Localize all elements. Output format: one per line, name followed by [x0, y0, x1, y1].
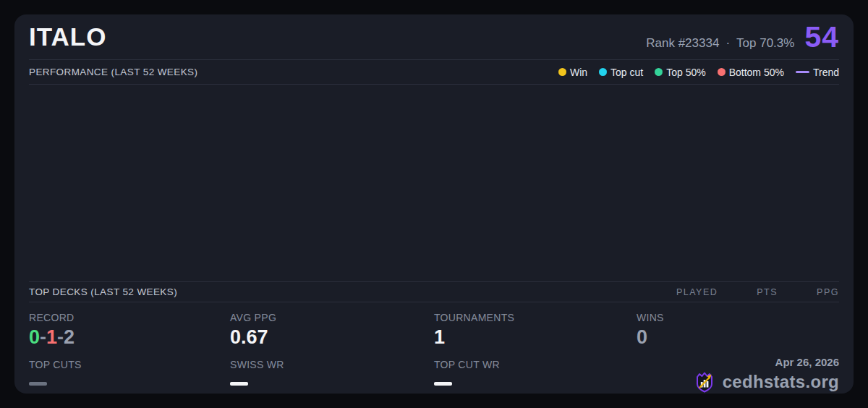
date-text: Apr 26, 2026 [775, 356, 839, 368]
page-title: ITALO [29, 22, 106, 51]
stat-top-cuts: TOP CUTS [29, 357, 230, 394]
record-draws: 2 [64, 326, 75, 348]
stat-label-record: RECORD [29, 312, 230, 323]
record-separator-2: - [57, 326, 64, 348]
top-decks-section-title: TOP DECKS (LAST 52 WEEKS) [29, 286, 177, 297]
stat-tournaments: TOURNAMENTS 1 [434, 310, 637, 349]
legend-label-trend: Trend [813, 67, 839, 78]
legend-label-top-cut: Top cut [610, 67, 643, 78]
top-cut-dot-icon [599, 68, 607, 76]
legend-item-top-50: Top 50% [655, 67, 705, 78]
stats-summary-grid: RECORD 0-1-2 AVG PPG 0.67 TOURNAMENTS 1 … [14, 302, 854, 394]
score-value: 54 [804, 20, 839, 54]
stat-value-record: 0-1-2 [29, 327, 230, 349]
column-header-played: PLAYED [676, 287, 718, 297]
stat-record: RECORD 0-1-2 [29, 310, 230, 349]
stat-label-swiss-wr: SWISS WR [230, 359, 434, 370]
stat-label-tournaments: TOURNAMENTS [434, 312, 637, 323]
chart-legend: Win Top cut Top 50% Bottom 50% Trend [558, 67, 839, 78]
top-decks-section-header: TOP DECKS (LAST 52 WEEKS) PLAYED PTS PPG [14, 282, 854, 302]
column-header-ppg: PPG [817, 287, 839, 297]
performance-chart-canvas [14, 85, 854, 281]
record-losses: 1 [46, 326, 57, 348]
stat-label-avg-ppg: AVG PPG [230, 312, 434, 323]
legend-item-bottom-50: Bottom 50% [718, 67, 784, 78]
stat-label-top-cuts: TOP CUTS [29, 359, 230, 370]
shield-chart-logo-icon [693, 370, 716, 394]
record-separator-1: - [40, 326, 46, 348]
top-percent-text: Top 70.3% [736, 36, 794, 51]
legend-label-top-50: Top 50% [666, 67, 705, 78]
card-header: ITALO Rank #23334 · Top 70.3% 54 [14, 14, 854, 59]
player-stats-card: ITALO Rank #23334 · Top 70.3% 54 PERFORM… [14, 14, 854, 394]
trend-line-icon [796, 71, 809, 73]
stat-label-wins: WINS [637, 312, 839, 323]
rank-separator: · [726, 36, 730, 51]
legend-item-top-cut: Top cut [599, 67, 643, 78]
win-dot-icon [558, 68, 566, 76]
stat-value-wins: 0 [637, 327, 839, 349]
record-wins: 0 [29, 326, 40, 348]
stat-top-cut-wr: TOP CUT WR [434, 357, 637, 394]
top-decks-column-headers: PLAYED PTS PPG [676, 287, 839, 297]
stat-avg-ppg: AVG PPG 0.67 [230, 310, 434, 349]
performance-section-title: PERFORMANCE (LAST 52 WEEKS) [29, 67, 197, 77]
header-rank-area: Rank #23334 · Top 70.3% 54 [646, 20, 839, 54]
legend-item-trend: Trend [796, 67, 839, 78]
performance-section-header: PERFORMANCE (LAST 52 WEEKS) Win Top cut … [14, 60, 854, 84]
stat-swiss-wr: SWISS WR [230, 357, 434, 394]
stat-value-tournaments: 1 [434, 327, 637, 349]
legend-label-win: Win [570, 67, 587, 78]
rank-text: Rank #23334 [646, 36, 719, 51]
legend-item-win: Win [558, 67, 587, 78]
stat-wins: WINS 0 [637, 310, 839, 349]
column-header-pts: PTS [757, 287, 778, 297]
legend-label-bottom-50: Bottom 50% [729, 67, 784, 78]
swiss-wr-empty-dash [230, 382, 248, 386]
brand-row: cedhstats.org [693, 370, 839, 394]
top-cuts-empty-dash [29, 382, 47, 386]
brand-link[interactable]: cedhstats.org [723, 372, 839, 392]
card-footer: Apr 26, 2026 cedhstats.org [637, 356, 839, 394]
top-50-dot-icon [655, 68, 663, 76]
top-cut-wr-empty-dash [434, 382, 452, 386]
stat-value-avg-ppg: 0.67 [230, 327, 434, 349]
bottom-50-dot-icon [718, 68, 726, 76]
rank-line: Rank #23334 · Top 70.3% [646, 36, 794, 51]
stat-label-top-cut-wr: TOP CUT WR [434, 359, 637, 370]
